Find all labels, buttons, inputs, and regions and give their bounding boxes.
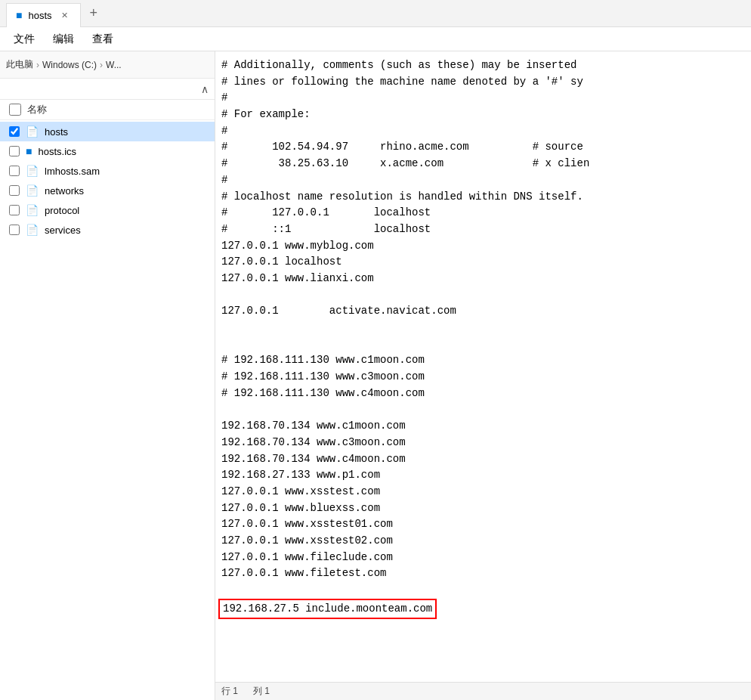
tab-close-button[interactable]: ✕ xyxy=(58,9,71,22)
tab-icon: ■ xyxy=(16,9,22,21)
menu-view[interactable]: 查看 xyxy=(85,29,121,49)
menu-edit[interactable]: 编辑 xyxy=(45,29,82,49)
file-checkbox-protocol[interactable] xyxy=(9,205,20,215)
menu-bar: 文件 编辑 查看 xyxy=(0,27,751,51)
file-name-networks: networks xyxy=(45,185,84,197)
tab-label: hosts xyxy=(28,10,51,21)
highlighted-entry: 192.168.27.5 include.moonteam.com xyxy=(218,599,437,620)
breadcrumb: 此电脑 › Windows (C:) › W... xyxy=(6,58,122,71)
sort-button[interactable]: ∧ xyxy=(201,83,209,95)
breadcrumb-header: 此电脑 › Windows (C:) › W... xyxy=(0,51,215,79)
file-icon-protocol: 📄 xyxy=(26,204,39,216)
file-name-protocol: protocol xyxy=(45,205,79,216)
file-name-hosts-ics: hosts.ics xyxy=(38,146,76,157)
file-item-hosts-ics[interactable]: ■ hosts.ics xyxy=(0,141,215,161)
status-row: 行 1 xyxy=(221,685,238,698)
hosts-tab[interactable]: ■ hosts ✕ xyxy=(6,3,81,27)
breadcrumb-sep-1: › xyxy=(36,60,39,70)
file-name-services: services xyxy=(45,225,81,236)
select-all-checkbox[interactable] xyxy=(9,104,21,116)
notepad-content[interactable]: # Additionally, comments (such as these)… xyxy=(215,51,751,682)
content-lines: # Additionally, comments (such as these)… xyxy=(215,54,751,622)
title-bar: ■ hosts ✕ + xyxy=(0,0,751,27)
file-icon-lmhosts: 📄 xyxy=(26,165,39,177)
file-icon-services: 📄 xyxy=(26,224,39,236)
file-name-hosts: hosts xyxy=(45,126,68,138)
file-item-networks[interactable]: 📄 networks xyxy=(0,181,215,200)
status-bar: 行 1 列 1 xyxy=(215,682,751,700)
breadcrumb-windows-c[interactable]: Windows (C:) xyxy=(42,60,97,70)
file-item-services[interactable]: 📄 services xyxy=(0,220,215,240)
list-column-header: 名称 xyxy=(0,100,215,120)
file-checkbox-networks[interactable] xyxy=(9,185,20,196)
breadcrumb-this-pc[interactable]: 此电脑 xyxy=(6,58,33,71)
breadcrumb-sep-2: › xyxy=(100,60,103,70)
file-item-protocol[interactable]: 📄 protocol xyxy=(0,200,215,220)
menu-file[interactable]: 文件 xyxy=(6,29,42,49)
breadcrumb-current[interactable]: W... xyxy=(106,60,122,70)
file-icon-networks: 📄 xyxy=(26,184,39,197)
file-checkbox-lmhosts[interactable] xyxy=(9,166,20,176)
notepad-area: # Additionally, comments (such as these)… xyxy=(215,51,751,700)
file-explorer-sidebar: 此电脑 › Windows (C:) › W... ∧ 名称 📄 hosts xyxy=(0,51,215,700)
file-icon-hosts-ics: ■ xyxy=(26,145,32,157)
file-item-hosts[interactable]: 📄 hosts xyxy=(0,122,215,141)
file-checkbox-hosts-ics[interactable] xyxy=(9,146,20,156)
status-col: 列 1 xyxy=(253,685,270,698)
file-checkbox-hosts[interactable] xyxy=(9,126,20,137)
new-tab-button[interactable]: + xyxy=(84,4,104,23)
sidebar-toolbar: ∧ xyxy=(0,79,215,100)
file-icon-hosts: 📄 xyxy=(26,125,39,138)
name-column-header: 名称 xyxy=(27,103,47,116)
file-checkbox-services[interactable] xyxy=(9,225,20,235)
main-layout: 此电脑 › Windows (C:) › W... ∧ 名称 📄 hosts xyxy=(0,51,751,700)
file-name-lmhosts: lmhosts.sam xyxy=(45,166,100,177)
file-item-lmhosts[interactable]: 📄 lmhosts.sam xyxy=(0,161,215,181)
file-list: 📄 hosts ■ hosts.ics 📄 lmhosts.sam 📄 netw… xyxy=(0,120,215,700)
